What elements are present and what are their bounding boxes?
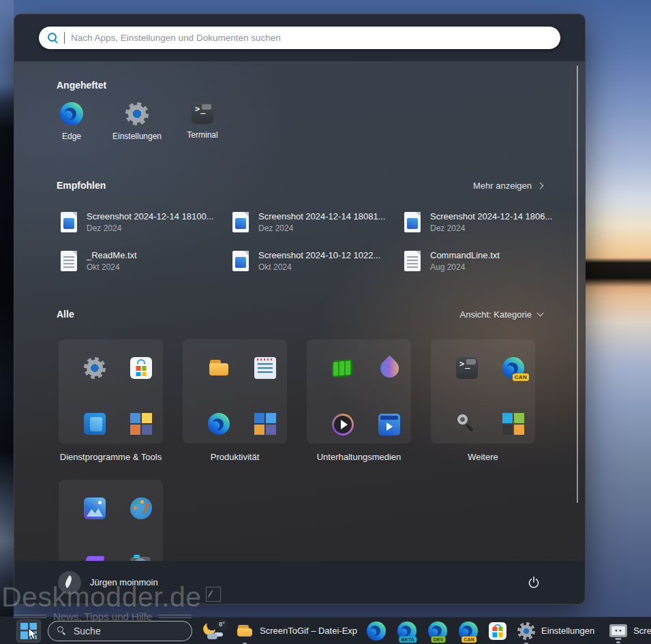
recommended-item[interactable]: CommandLine.txtAug 2024 bbox=[404, 247, 560, 275]
avatar bbox=[58, 571, 81, 594]
explorer-task-label: ScreenToGif – Datei-Exp bbox=[260, 626, 357, 636]
pinned-heading: Angeheftet bbox=[57, 80, 106, 91]
store-icon[interactable] bbox=[489, 622, 506, 640]
recommended-item-title: CommandLine.txt bbox=[430, 250, 500, 260]
weather-widget[interactable]: 8° bbox=[202, 620, 226, 642]
chevron-right-icon bbox=[537, 182, 544, 189]
user-profile-button[interactable]: Jürgen moinmoin bbox=[58, 571, 158, 594]
edge-beta-badge: BETA bbox=[399, 637, 417, 643]
start-menu-header: Nach Apps, Einstellungen und Dokumenten … bbox=[14, 14, 585, 61]
film-icon bbox=[332, 359, 352, 378]
gear-icon bbox=[517, 622, 535, 640]
settings-task-label: Einstellungen bbox=[541, 626, 594, 636]
category-entertainment[interactable]: Unterhaltungsmedien bbox=[307, 339, 411, 462]
recommended-item[interactable]: Screenshot 2024-10-12 1022...Okt 2024 bbox=[232, 247, 404, 275]
edge-canary-icon[interactable]: CAN bbox=[459, 622, 478, 641]
start-menu-footer: Jürgen moinmoin bbox=[14, 561, 585, 604]
recommended-item[interactable]: Screenshot 2024-12-14 1806...Dez 2024 bbox=[404, 208, 560, 236]
taskbar-search-label: Suche bbox=[74, 626, 101, 637]
image-file-icon bbox=[61, 212, 77, 232]
terminal-icon bbox=[192, 102, 213, 124]
recommended-item-date: Okt 2024 bbox=[87, 262, 137, 272]
edge-canary-badge: CAN bbox=[461, 637, 476, 643]
power-button[interactable] bbox=[522, 571, 545, 594]
category-tools[interactable]: Dienstprogramme & Tools bbox=[59, 339, 163, 462]
edge-canary-icon: CAN bbox=[502, 357, 524, 379]
category-label: Dienstprogramme & Tools bbox=[59, 452, 163, 462]
category-label: Unterhaltungsmedien bbox=[307, 452, 411, 462]
recommended-item-date: Dez 2024 bbox=[258, 224, 385, 233]
pc-icon bbox=[84, 413, 106, 435]
recommended-item-title: Screenshot 2024-12-14 18100... bbox=[87, 211, 213, 221]
pinned-app-edge[interactable]: Edge bbox=[39, 102, 104, 141]
temperature-badge: 8° bbox=[216, 619, 228, 630]
view-category-dropdown[interactable]: Ansicht: Kategorie bbox=[459, 309, 543, 320]
search-placeholder: Nach Apps, Einstellungen und Dokumenten … bbox=[71, 33, 281, 43]
clipchamp-icon bbox=[84, 553, 106, 561]
edge-icon[interactable] bbox=[367, 622, 386, 641]
image-file-icon bbox=[232, 212, 249, 232]
pinned-apps-row: Edge Einstellungen Terminal bbox=[39, 102, 560, 141]
show-more-label: Mehr anzeigen bbox=[473, 181, 532, 191]
recommended-item-title: Screenshot 2024-12-14 18081... bbox=[258, 211, 385, 221]
category-more[interactable]: CAN Weitere bbox=[431, 339, 535, 462]
screentogif-task-label: ScreenToG bbox=[633, 626, 651, 636]
view-category-label: Ansicht: Kategorie bbox=[459, 309, 532, 320]
category-label: Produktivität bbox=[183, 452, 287, 462]
text-file-icon bbox=[61, 251, 77, 271]
pinned-app-terminal[interactable]: Terminal bbox=[170, 102, 235, 141]
search-input[interactable]: Nach Apps, Einstellungen und Dokumenten … bbox=[39, 27, 560, 49]
gear-icon bbox=[84, 357, 106, 379]
category-row: Dienstprogramme & Tools Produktivität bbox=[59, 339, 560, 462]
show-more-button[interactable]: Mehr anzeigen bbox=[473, 181, 543, 191]
all-apps-heading: Alle bbox=[57, 309, 74, 320]
recommended-item-date: Dez 2024 bbox=[87, 224, 213, 233]
edge-beta-icon[interactable]: BETA bbox=[397, 622, 417, 641]
recommended-item-title: Screenshot 2024-12-14 1806... bbox=[430, 211, 552, 221]
magnifier-icon bbox=[456, 413, 478, 435]
taskbar-search-box[interactable]: Suche bbox=[48, 621, 192, 641]
mini-apps-icon bbox=[502, 413, 524, 435]
start-menu: Nach Apps, Einstellungen und Dokumenten … bbox=[14, 14, 586, 604]
recommended-item-title: _ReadMe.txt bbox=[87, 250, 137, 260]
image-file-icon bbox=[404, 212, 421, 232]
running-indicator bbox=[616, 641, 620, 643]
category-label: Weitere bbox=[431, 452, 535, 462]
category-partial[interactable] bbox=[59, 480, 163, 561]
movies-tv-icon bbox=[378, 414, 400, 435]
edge-icon bbox=[208, 413, 230, 435]
search-icon bbox=[57, 626, 67, 636]
pinned-app-label: Edge bbox=[62, 132, 81, 141]
start-button[interactable] bbox=[16, 619, 41, 643]
recommended-item[interactable]: Screenshot 2024-12-14 18100...Dez 2024 bbox=[61, 208, 232, 236]
edge-dev-icon[interactable]: DEV bbox=[428, 622, 447, 641]
gear-icon bbox=[125, 102, 149, 125]
chevron-down-icon bbox=[537, 310, 544, 317]
category-productivity[interactable]: Produktivität bbox=[183, 339, 287, 462]
settings-task[interactable]: Einstellungen bbox=[517, 622, 594, 640]
scrollbar[interactable] bbox=[577, 65, 578, 503]
explorer-task[interactable]: ScreenToGif – Datei-Exp bbox=[236, 622, 357, 640]
recommended-item[interactable]: _ReadMe.txtOkt 2024 bbox=[61, 247, 232, 275]
pinned-app-settings[interactable]: Einstellungen bbox=[104, 102, 170, 141]
terminal-icon bbox=[456, 357, 478, 379]
recommended-heading: Empfohlen bbox=[57, 180, 106, 191]
power-icon bbox=[526, 575, 541, 590]
mini-apps-icon bbox=[254, 413, 276, 435]
recommended-item-title: Screenshot 2024-10-12 1022... bbox=[258, 250, 380, 260]
pinned-app-label: Einstellungen bbox=[112, 132, 162, 141]
image-file-icon bbox=[232, 251, 249, 271]
explorer-folder-icon bbox=[236, 622, 254, 640]
mini-apps-icon bbox=[130, 413, 152, 435]
user-name: Jürgen moinmoin bbox=[90, 577, 158, 587]
wallpaper-left-strip bbox=[0, 0, 14, 644]
start-menu-body: Angeheftet Edge Einstellungen Terminal bbox=[14, 61, 585, 561]
paint-icon bbox=[130, 497, 152, 519]
screentogif-task[interactable]: ScreenToG bbox=[609, 624, 651, 637]
droplet-icon bbox=[376, 355, 402, 381]
recommended-item[interactable]: Screenshot 2024-12-14 18081...Dez 2024 bbox=[232, 208, 404, 236]
pinned-app-label: Terminal bbox=[187, 130, 217, 140]
recommended-item-date: Okt 2024 bbox=[258, 262, 380, 272]
mouse-cursor bbox=[28, 628, 39, 641]
edge-group: BETA DEV CAN bbox=[367, 622, 478, 641]
